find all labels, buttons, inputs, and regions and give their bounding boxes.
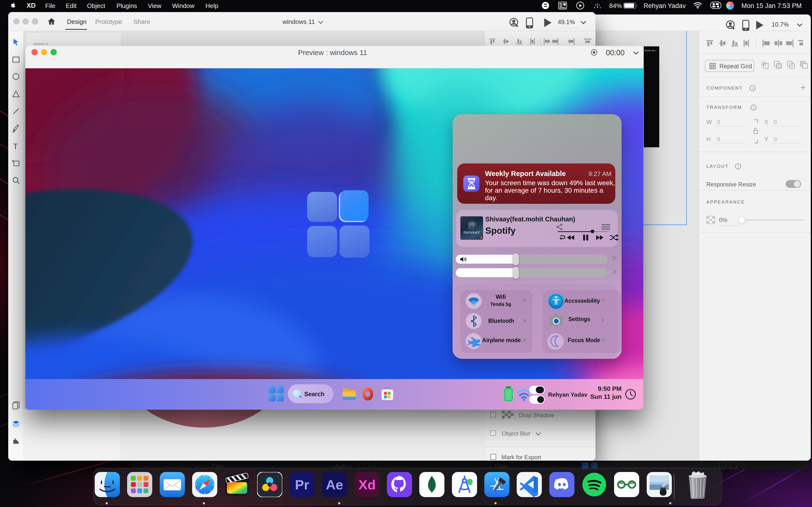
svg-text:i: i <box>752 86 753 90</box>
svg-text:Ae: Ae <box>326 477 343 492</box>
svg-text:Pr: Pr <box>295 477 309 492</box>
svg-text:i: i <box>753 106 754 110</box>
svg-text:Xd: Xd <box>358 477 376 492</box>
svg-text:i: i <box>738 164 739 169</box>
